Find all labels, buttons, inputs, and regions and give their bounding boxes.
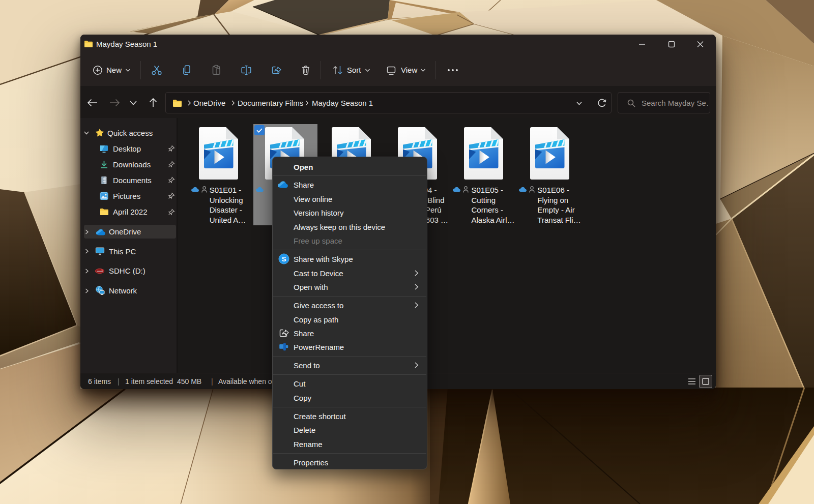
- svg-text:S: S: [282, 255, 286, 263]
